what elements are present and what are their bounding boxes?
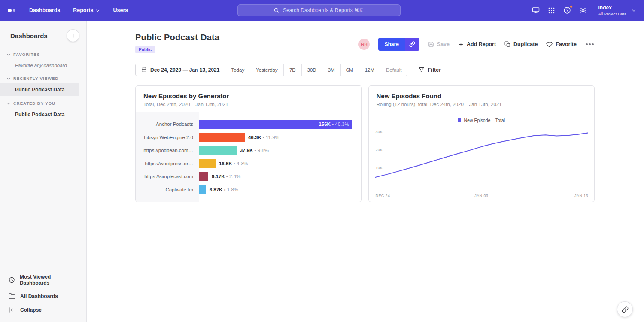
preset-default[interactable]: Default	[380, 64, 407, 76]
sidebar-footer: Most Viewed Dashboards All Dashboards Co…	[0, 267, 86, 322]
bar-value: 16.6K	[219, 161, 232, 166]
most-viewed-dashboards-button[interactable]: Most Viewed Dashboards	[0, 270, 86, 289]
share-button-group: Share	[378, 38, 419, 51]
preset-6m[interactable]: 6M	[341, 64, 359, 76]
filter-label: Filter	[428, 67, 441, 73]
line-chart: New Episode – Total 10K20K30K DEC 24 JAN…	[369, 112, 595, 200]
x-tick: DEC 24	[376, 194, 390, 198]
nav-item-users[interactable]: Users	[113, 7, 128, 13]
avatar[interactable]: RH	[358, 39, 370, 50]
more-options-button[interactable]	[585, 41, 595, 47]
data-monitor-icon[interactable]	[532, 6, 540, 14]
notification-badge	[570, 5, 573, 8]
save-button[interactable]: Save	[428, 41, 450, 47]
preset-30d[interactable]: 30D	[302, 64, 322, 76]
favorites-hint: Favorite any dashboard	[0, 59, 86, 71]
bar[interactable]	[199, 146, 237, 155]
add-report-button[interactable]: Add Report	[458, 41, 496, 47]
dashboard-actions: RH Share Save Add Report Dupl	[358, 38, 595, 51]
project-name: Index	[598, 5, 626, 11]
bar[interactable]	[199, 185, 206, 194]
bar-row: Anchor Podcasts 156K 40.3%	[136, 118, 361, 131]
heart-icon	[546, 41, 553, 48]
sidebar-section-recently-viewed[interactable]: RECENTLY VIEWED	[0, 71, 86, 83]
bar[interactable]	[199, 133, 245, 142]
section-label: RECENTLY VIEWED	[13, 76, 58, 81]
plus-icon	[70, 33, 76, 39]
copy-link-fab[interactable]	[617, 301, 633, 317]
chevron-down-icon	[95, 8, 100, 13]
search-input[interactable]	[283, 7, 365, 13]
funnel-icon	[419, 67, 424, 73]
save-icon	[428, 41, 434, 47]
calendar-icon	[141, 67, 147, 73]
bar-row: https://wordpress.or… 16.6K 4.3%	[136, 157, 361, 170]
card-title: New Episodes by Generator	[143, 92, 354, 100]
bar-percent: 11.9%	[263, 135, 279, 140]
apps-grid-icon[interactable]	[548, 7, 555, 14]
share-button[interactable]: Share	[378, 38, 404, 51]
filter-button[interactable]: Filter	[419, 67, 441, 73]
sidebar-section-favorites[interactable]: FAVORITES	[0, 47, 86, 59]
bar[interactable]: 156K 40.3%	[199, 120, 352, 129]
help-icon[interactable]	[563, 6, 571, 14]
card-new-episodes-by-generator: New Episodes by Generator Total, Dec 24t…	[135, 85, 362, 202]
top-nav: Dashboards Reports Users Index All Proje…	[0, 0, 644, 21]
bar-value: 9.17K	[212, 174, 225, 179]
chevron-down-icon	[6, 101, 11, 106]
footer-item-label: All Dashboards	[20, 293, 58, 299]
mixpanel-logo[interactable]	[8, 9, 15, 12]
page-title: Public Podcast Data	[135, 33, 219, 43]
main-area: Public Podcast Data Public RH Share Save	[87, 0, 644, 202]
bar-category-label: Anchor Podcasts	[136, 122, 199, 127]
folder-icon	[9, 293, 15, 300]
bar-chart: Anchor Podcasts 156K 40.3% Libsyn WebEng…	[136, 112, 361, 202]
save-label: Save	[437, 41, 450, 47]
card-title: New Episodes Found	[377, 92, 587, 100]
duplicate-label: Duplicate	[513, 41, 538, 47]
preset-3m[interactable]: 3M	[322, 64, 341, 76]
bar-value: 6.87K	[210, 187, 223, 192]
bar[interactable]	[199, 172, 208, 181]
date-range-button[interactable]: Dec 24, 2020 — Jan 13, 2021	[136, 64, 225, 76]
all-dashboards-button[interactable]: All Dashboards	[0, 289, 86, 303]
footer-item-label: Most Viewed Dashboards	[20, 274, 78, 286]
add-report-label: Add Report	[467, 41, 496, 47]
preset-today[interactable]: Today	[225, 64, 250, 76]
collapse-sidebar-button[interactable]: Collapse	[0, 303, 86, 317]
visibility-badge: Public	[135, 46, 155, 53]
preset-7d[interactable]: 7D	[284, 64, 302, 76]
bar-category-label: Captivate.fm	[136, 187, 199, 192]
legend-label: New Episode – Total	[464, 118, 505, 123]
new-dashboard-button[interactable]	[67, 29, 79, 42]
duplicate-button[interactable]: Duplicate	[504, 41, 538, 47]
nav-item-label: Users	[113, 7, 128, 13]
sidebar-item-public-podcast-data-created[interactable]: Public Podcast Data	[0, 108, 86, 121]
share-link-button[interactable]	[405, 38, 419, 51]
card-subtitle: Total, Dec 24th, 2020 – Jan 13th, 2021	[143, 102, 354, 107]
nav-item-reports[interactable]: Reports	[73, 7, 100, 13]
preset-12m[interactable]: 12M	[359, 64, 380, 76]
sidebar-item-public-podcast-data[interactable]: Public Podcast Data	[0, 83, 79, 96]
legend-swatch	[458, 118, 461, 122]
favorite-button[interactable]: Favorite	[546, 41, 577, 48]
search-bar[interactable]	[237, 4, 401, 16]
bar-category-label: https://simplecast.com	[136, 174, 199, 179]
bar-value: 156K	[319, 122, 331, 127]
project-selector[interactable]: Index All Project Data	[598, 5, 636, 16]
bar[interactable]	[199, 159, 216, 168]
chart-legend[interactable]: New Episode – Total	[375, 118, 589, 123]
bar-row: Captivate.fm 6.87K 1.8%	[136, 183, 361, 197]
preset-yesterday[interactable]: Yesterday	[250, 64, 284, 76]
duplicate-icon	[504, 41, 510, 47]
gear-icon[interactable]	[579, 6, 587, 14]
date-controls: Dec 24, 2020 — Jan 13, 2021 Today Yester…	[135, 64, 595, 76]
bar-percent: 9.8%	[255, 148, 269, 153]
nav-item-dashboards[interactable]: Dashboards	[29, 7, 60, 13]
line-chart-svg[interactable]	[375, 127, 589, 190]
sidebar-section-created-by-you[interactable]: CREATED BY YOU	[0, 96, 86, 108]
nav-right-icons: Index All Project Data	[532, 5, 636, 16]
most-viewed-icon	[9, 276, 15, 283]
link-icon	[409, 41, 415, 47]
logo-dot-small	[13, 9, 15, 12]
